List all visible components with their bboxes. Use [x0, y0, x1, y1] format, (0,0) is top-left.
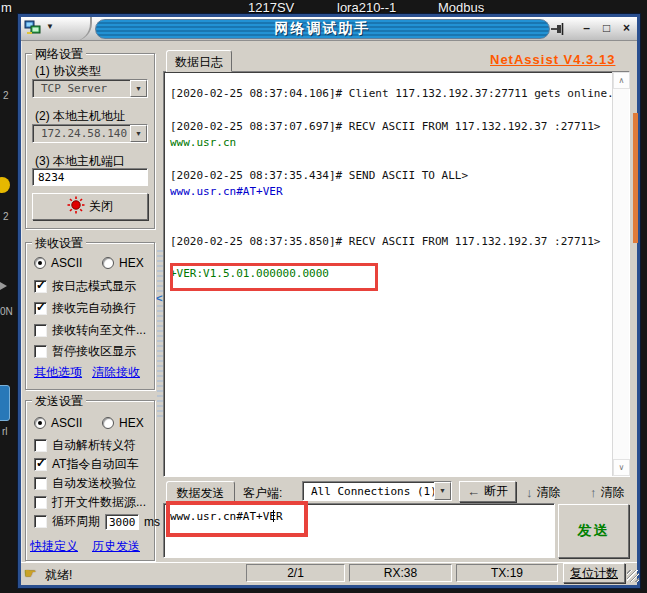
radio-icon[interactable] [102, 417, 114, 429]
send-option-row[interactable]: ✓ 自动发送校验位 [34, 475, 136, 492]
send-option-row[interactable]: ✓ 打开文件数据源... [34, 494, 146, 511]
recv-settings-title: 接收设置 [32, 235, 86, 252]
desktop: m 1217SV lora210--1 Modbus 2 2 0N rl ▼ 网… [0, 0, 647, 593]
checkbox-icon[interactable]: ✓ [34, 496, 47, 509]
checkbox-icon[interactable]: ✓ [34, 439, 47, 452]
connections-select[interactable]: All Connections (1) ▼ [302, 481, 452, 501]
local-host-label: (2) 本地主机地址 [35, 108, 125, 125]
client-label: 客户端: [243, 485, 282, 502]
desktop-fragment: 2 [3, 211, 9, 222]
recv-option-label: 接收转向至文件... [52, 322, 146, 339]
network-settings-group: 网络设置 (1) 协议类型 TCP Server ▼ (2) 本地主机地址 17… [25, 53, 155, 229]
log-line [170, 103, 608, 119]
desktop-icon-label[interactable]: lora210--1 [337, 0, 396, 15]
desktop-fragment: rl [2, 426, 8, 437]
window-title: 网络调试助手 [275, 20, 371, 38]
tab-data-send[interactable]: 数据发送 [166, 481, 235, 502]
protocol-type-select[interactable]: TCP Server ▼ [32, 79, 148, 98]
other-options-link[interactable]: 其他选项 [34, 364, 82, 381]
reset-count-label: 复位计数 [570, 565, 618, 582]
send-option-row[interactable]: ✓ AT指令自动回车 [34, 456, 138, 473]
send-ascii-label: ASCII [51, 416, 82, 430]
chevron-down-icon[interactable]: ▼ [130, 125, 147, 142]
highlight-box-version [170, 263, 378, 291]
quick-define-link[interactable]: 快捷定义 [30, 538, 78, 555]
cycle-period-row[interactable]: ✓ 循环周期 3000 ms [34, 513, 160, 530]
close-window-button[interactable]: × [618, 20, 635, 37]
recv-option-row[interactable]: ✓ 接收转向至文件... [34, 322, 146, 339]
radio-icon[interactable] [102, 257, 114, 269]
recv-option-row[interactable]: ✓ 接收完自动换行 [34, 300, 136, 317]
cycle-period-input[interactable]: 3000 [105, 514, 139, 530]
app-icon[interactable] [24, 20, 42, 39]
recv-ascii-radio[interactable]: ASCII [34, 256, 82, 270]
checkbox-icon[interactable]: ✓ [34, 515, 47, 528]
clear-send-label: 清除 [601, 484, 625, 501]
log-line: www.usr.cn [170, 136, 608, 152]
log-scrollbar[interactable]: ∧ ∨ [612, 72, 629, 476]
led-icon [67, 196, 85, 217]
left-arrow-icon: ← [467, 484, 480, 499]
tab-data-send-label: 数据发送 [177, 486, 225, 500]
checkbox-icon[interactable]: ✓ [34, 302, 47, 315]
protocol-type-value: TCP Server [33, 82, 130, 95]
netassist-version-link[interactable]: NetAssist V4.3.13 [490, 52, 615, 67]
disconnect-button[interactable]: ← 断开 [459, 481, 516, 502]
clear-send-button[interactable]: ↑ 清除 [590, 484, 625, 501]
clear-receive-link[interactable]: 清除接收 [92, 364, 140, 381]
window-menu-arrow-icon[interactable]: ▼ [46, 22, 54, 31]
local-port-input[interactable]: 8234 [32, 168, 148, 186]
minimize-button[interactable]: – [578, 20, 595, 37]
local-host-select[interactable]: 172.24.58.140 ▼ [32, 124, 148, 143]
log-line: [2020-02-25 08:37:35.434]# SEND ASCII TO… [170, 169, 608, 185]
connections-value: All Connections (1) [303, 485, 434, 498]
checkbox-icon[interactable]: ✓ [34, 458, 47, 471]
recv-option-row[interactable]: ✓ 按日志模式显示 [34, 278, 136, 295]
desktop-fragment: 0N [0, 306, 13, 317]
recv-option-label: 按日志模式显示 [52, 278, 136, 295]
collapse-panel-icon[interactable]: < [156, 292, 162, 304]
history-send-link[interactable]: 历史发送 [92, 538, 140, 555]
recv-option-row[interactable]: ✓ 暂停接收区显示 [34, 343, 136, 360]
chevron-down-icon[interactable]: ▼ [434, 482, 451, 500]
checkbox-icon[interactable]: ✓ [34, 280, 47, 293]
desktop-icon-fragment [0, 385, 10, 421]
close-connection-button[interactable]: 关闭 [32, 193, 148, 220]
send-option-label: 自动发送校验位 [52, 475, 136, 492]
status-ready-text: 就绪! [45, 567, 72, 584]
log-lines: [2020-02-25 08:37:04.106]# Client 117.13… [170, 87, 608, 284]
checkbox-icon[interactable]: ✓ [34, 324, 47, 337]
recv-hex-radio[interactable]: HEX [102, 256, 144, 270]
log-line: [2020-02-25 08:37:07.697]# RECV ASCII FR… [170, 120, 608, 136]
send-settings-title: 发送设置 [32, 393, 86, 410]
clear-up-icon: ↑ [590, 485, 597, 500]
tab-data-log[interactable]: 数据日志 [166, 50, 232, 72]
radio-icon[interactable] [34, 257, 46, 269]
clear-receive-button[interactable]: ↓ 清除 [526, 484, 561, 501]
send-hex-radio[interactable]: HEX [102, 416, 144, 430]
resize-grip[interactable] [627, 570, 639, 582]
send-button[interactable]: 发送 [558, 504, 629, 558]
desktop-icon-label[interactable]: 1217SV [248, 0, 294, 15]
send-ascii-radio[interactable]: ASCII [34, 416, 82, 430]
send-option-label: AT指令自动回车 [52, 456, 138, 473]
scroll-up-icon[interactable]: ∧ [613, 72, 630, 89]
scroll-down-icon[interactable]: ∨ [613, 459, 630, 476]
desktop-icon-label[interactable]: Modbus [438, 0, 484, 15]
cycle-period-unit: ms [144, 515, 160, 529]
send-option-label: 打开文件数据源... [52, 494, 146, 511]
checkbox-icon[interactable]: ✓ [34, 345, 47, 358]
send-option-row[interactable]: ✓ 自动解析转义符 [34, 437, 136, 454]
checkbox-icon[interactable]: ✓ [34, 477, 47, 490]
status-rx: RX:38 [349, 564, 452, 582]
clear-receive-label: 清除 [537, 484, 561, 501]
chevron-down-icon[interactable]: ▼ [130, 80, 147, 97]
cycle-period-label: 循环周期 [52, 513, 100, 530]
log-line [170, 202, 608, 218]
maximize-button[interactable]: □ [598, 20, 615, 37]
reset-count-button[interactable]: 复位计数 [563, 563, 625, 583]
pin-icon[interactable] [551, 22, 568, 39]
highlight-box-send-input [166, 501, 308, 537]
radio-icon[interactable] [34, 417, 46, 429]
recv-settings-group: 接收设置 ASCII HEX ✓ 按日志模式显示 ✓ 接收完自动换行 ✓ 接收转… [25, 242, 155, 390]
